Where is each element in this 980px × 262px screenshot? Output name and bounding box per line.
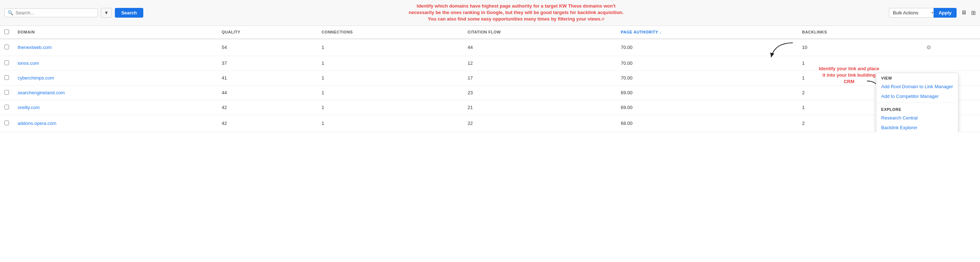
row-domain: cyberchimps.com xyxy=(13,71,218,85)
apply-button[interactable]: Apply xyxy=(934,8,956,17)
row-checkbox[interactable] xyxy=(4,60,9,65)
row-gear-cell xyxy=(921,56,980,71)
domain-link[interactable]: cyberchimps.com xyxy=(18,75,54,81)
table-row: thenextweb.com 54 1 44 70.00 10 ⚙ xyxy=(0,39,980,56)
row-page-authority: 69.00 xyxy=(616,85,798,100)
row-quality: 54 xyxy=(218,39,317,56)
row-page-authority: 70.00 xyxy=(616,39,798,56)
row-quality: 42 xyxy=(218,100,317,115)
row-domain: thenextweb.com xyxy=(13,39,218,56)
table-row: ionos.com 37 1 12 70.00 1 xyxy=(0,56,980,71)
table-row: searchengineland.com 44 1 23 69.00 2 xyxy=(0,85,980,100)
row-checkbox-cell xyxy=(0,39,13,56)
row-checkbox[interactable] xyxy=(4,121,9,125)
research-central-item[interactable]: Research Central xyxy=(876,113,958,123)
search-wrapper: 🔍 xyxy=(4,8,98,17)
table-container: Identify your link and place it into you… xyxy=(0,26,980,132)
explore-section-label: EXPLORE xyxy=(876,104,958,113)
row-quality: 44 xyxy=(218,85,317,100)
table-row: oreilly.com 42 1 21 69.00 1 xyxy=(0,100,980,115)
table-row: addons.opera.com 42 1 22 68.00 2 ⚙ xyxy=(0,115,980,132)
row-checkbox-cell xyxy=(0,115,13,132)
row-connections: 1 xyxy=(317,115,463,132)
header-actions xyxy=(921,26,980,39)
row-checkbox-cell xyxy=(0,56,13,71)
row-domain: searchengineland.com xyxy=(13,85,218,100)
toolbar: 🔍 ▼ Search Identify which domains have h… xyxy=(0,0,980,26)
bulk-actions-select[interactable]: Bulk Actions Add to List Export xyxy=(889,8,939,17)
row-page-authority: 69.00 xyxy=(616,100,798,115)
add-to-competitor-item[interactable]: Add to Competitor Manager xyxy=(876,91,958,101)
add-root-domain-item[interactable]: Add Root Domain to Link Manager xyxy=(876,82,958,91)
row-checkbox[interactable] xyxy=(4,105,9,110)
row-connections: 1 xyxy=(317,71,463,85)
row-checkbox[interactable] xyxy=(4,90,9,95)
row-page-authority: 70.00 xyxy=(616,71,798,85)
header-page-authority[interactable]: PAGE AUTHORITY ↓ xyxy=(616,26,798,39)
row-checkbox[interactable] xyxy=(4,75,9,80)
row-checkbox[interactable] xyxy=(4,44,9,49)
bulk-actions-wrapper: Bulk Actions Add to List Export ▾ Apply xyxy=(889,8,956,17)
row-connections: 1 xyxy=(317,39,463,56)
table-header-row: DOMAIN QUALITY CONNECTIONS CITATION FLOW… xyxy=(0,26,980,39)
select-all-checkbox[interactable] xyxy=(4,30,9,34)
table-row: cyberchimps.com 41 1 17 70.00 1 xyxy=(0,71,980,85)
row-checkbox-cell xyxy=(0,71,13,85)
row-citation-flow: 23 xyxy=(463,85,617,100)
row-quality: 41 xyxy=(218,71,317,85)
header-quality: QUALITY xyxy=(218,26,317,39)
monitor-icon[interactable]: 🖥 xyxy=(961,10,967,16)
row-citation-flow: 22 xyxy=(463,115,617,132)
header-citation-flow: CITATION FLOW xyxy=(463,26,617,39)
row-connections: 1 xyxy=(317,85,463,100)
backlink-explorer-item[interactable]: Backlink Explorer xyxy=(876,123,958,132)
row-citation-flow: 44 xyxy=(463,39,617,56)
context-menu: VIEW Add Root Domain to Link Manager Add… xyxy=(876,73,958,132)
filter-icon: ▼ xyxy=(104,10,109,16)
filter-button[interactable]: ▼ xyxy=(101,8,112,17)
domain-link[interactable]: ionos.com xyxy=(18,60,39,66)
row-quality: 42 xyxy=(218,115,317,132)
row-checkbox-cell xyxy=(0,85,13,100)
grid-icon[interactable]: ⊞ xyxy=(971,10,976,16)
menu-divider-1 xyxy=(876,103,958,103)
row-checkbox-cell xyxy=(0,100,13,115)
row-page-authority: 70.00 xyxy=(616,56,798,71)
row-connections: 1 xyxy=(317,100,463,115)
row-domain: oreilly.com xyxy=(13,100,218,115)
header-annotation: Identify which domains have highest page… xyxy=(146,3,886,23)
header-domain: DOMAIN xyxy=(13,26,218,39)
header-checkbox-cell xyxy=(0,26,13,39)
header-backlinks: BACKLINKS xyxy=(798,26,921,39)
sort-arrow-icon: ↓ xyxy=(658,30,662,34)
domain-link[interactable]: thenextweb.com xyxy=(18,44,52,50)
search-button[interactable]: Search xyxy=(115,8,143,17)
row-backlinks: 1 xyxy=(798,56,921,71)
domain-table: DOMAIN QUALITY CONNECTIONS CITATION FLOW… xyxy=(0,26,980,132)
row-citation-flow: 21 xyxy=(463,100,617,115)
domain-link[interactable]: addons.opera.com xyxy=(18,121,57,126)
search-icon: 🔍 xyxy=(8,10,13,16)
row-connections: 1 xyxy=(317,56,463,71)
header-connections: CONNECTIONS xyxy=(317,26,463,39)
row-domain: ionos.com xyxy=(13,56,218,71)
row-gear-button[interactable]: ⚙ xyxy=(925,44,932,51)
row-page-authority: 68.00 xyxy=(616,115,798,132)
search-input[interactable] xyxy=(16,10,95,16)
row-quality: 37 xyxy=(218,56,317,71)
row-gear-cell: ⚙ xyxy=(921,39,980,56)
row-citation-flow: 17 xyxy=(463,71,617,85)
domain-link[interactable]: searchengineland.com xyxy=(18,90,65,95)
domain-link[interactable]: oreilly.com xyxy=(18,105,40,110)
row-backlinks: 10 xyxy=(798,39,921,56)
row-domain: addons.opera.com xyxy=(13,115,218,132)
row-citation-flow: 12 xyxy=(463,56,617,71)
view-section-label: VIEW xyxy=(876,73,958,82)
